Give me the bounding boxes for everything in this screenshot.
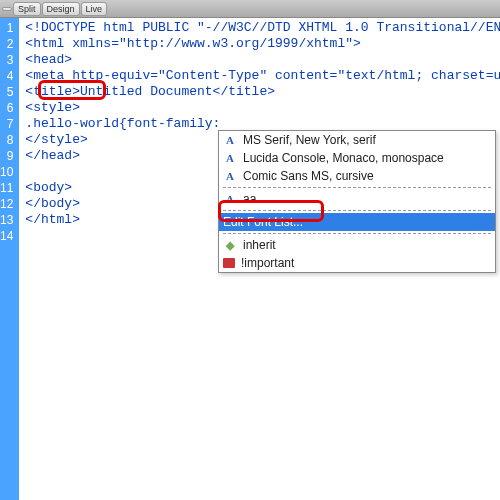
font-option[interactable]: ALucida Console, Monaco, monospace bbox=[219, 149, 495, 167]
line-number: 13 bbox=[0, 212, 13, 228]
font-label: Comic Sans MS, cursive bbox=[243, 169, 374, 183]
font-label: Lucida Console, Monaco, monospace bbox=[243, 151, 444, 165]
aa-label: aa bbox=[243, 192, 256, 206]
line-number: 10 bbox=[0, 164, 13, 180]
line-number: 8 bbox=[0, 132, 13, 148]
inherit-option[interactable]: ◆inherit bbox=[219, 236, 495, 254]
important-label: !important bbox=[241, 256, 294, 270]
separator bbox=[223, 187, 491, 188]
aa-option[interactable]: Aaa bbox=[219, 190, 495, 208]
code-line: <style> bbox=[25, 100, 500, 116]
autocomplete-popup: AMS Serif, New York, serif ALucida Conso… bbox=[218, 130, 496, 273]
code-line: <!DOCTYPE html PUBLIC "-//W3C//DTD XHTML… bbox=[25, 20, 500, 36]
line-number: 14 bbox=[0, 228, 13, 244]
line-gutter: 1234567891011121314 bbox=[0, 18, 19, 500]
toolbar-btn-design[interactable]: Design bbox=[42, 2, 80, 16]
inherit-icon: ◆ bbox=[223, 238, 237, 252]
toolbar-btn-live[interactable]: Live bbox=[81, 2, 108, 16]
separator bbox=[223, 233, 491, 234]
font-icon: A bbox=[223, 151, 237, 165]
line-number: 3 bbox=[0, 52, 13, 68]
font-icon: A bbox=[223, 192, 237, 206]
line-number: 9 bbox=[0, 148, 13, 164]
font-option[interactable]: AMS Serif, New York, serif bbox=[219, 131, 495, 149]
font-label: MS Serif, New York, serif bbox=[243, 133, 376, 147]
line-number: 2 bbox=[0, 36, 13, 52]
line-number: 4 bbox=[0, 68, 13, 84]
line-number: 7 bbox=[0, 116, 13, 132]
code-line: <head> bbox=[25, 52, 500, 68]
edit-font-list-label: Edit Font List... bbox=[223, 215, 303, 229]
toolbar-btn-split[interactable]: Split bbox=[13, 2, 41, 16]
edit-font-list[interactable]: Edit Font List... bbox=[219, 213, 495, 231]
line-number: 5 bbox=[0, 84, 13, 100]
code-line: <title>Untitled Document</title> bbox=[25, 84, 500, 100]
important-icon bbox=[223, 258, 235, 268]
line-number: 1 bbox=[0, 20, 13, 36]
separator bbox=[223, 210, 491, 211]
font-option[interactable]: AComic Sans MS, cursive bbox=[219, 167, 495, 185]
toolbar-btn-0[interactable] bbox=[2, 7, 12, 11]
line-number: 12 bbox=[0, 196, 13, 212]
toolbar: Split Design Live bbox=[0, 0, 500, 18]
line-number: 11 bbox=[0, 180, 13, 196]
font-icon: A bbox=[223, 133, 237, 147]
code-line: <meta http-equiv="Content-Type" content=… bbox=[25, 68, 500, 84]
code-line: <html xmlns="http://www.w3.org/1999/xhtm… bbox=[25, 36, 500, 52]
inherit-label: inherit bbox=[243, 238, 276, 252]
font-icon: A bbox=[223, 169, 237, 183]
line-number: 6 bbox=[0, 100, 13, 116]
important-option[interactable]: !important bbox=[219, 254, 495, 272]
